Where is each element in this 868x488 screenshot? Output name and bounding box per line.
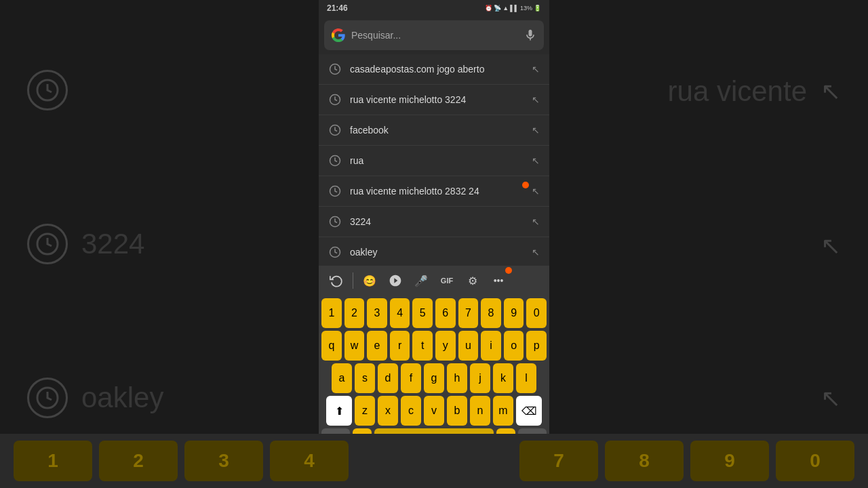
key-4[interactable]: 4 — [390, 298, 410, 328]
key-2[interactable]: 2 — [344, 298, 365, 328]
key-b[interactable]: b — [447, 396, 467, 426]
key-u[interactable]: u — [458, 331, 479, 361]
key-i[interactable]: i — [481, 331, 501, 361]
key-a[interactable]: a — [332, 363, 352, 393]
key-shift[interactable]: ⬆ — [326, 396, 352, 426]
number-row: 1 2 3 4 5 6 7 8 9 0 — [321, 298, 547, 328]
key-t[interactable]: t — [412, 331, 433, 361]
toolbar-more-btn[interactable]: ••• — [486, 268, 511, 293]
toolbar-sticker-btn[interactable] — [383, 268, 408, 293]
key-w[interactable]: w — [344, 331, 365, 361]
bg-key-4: 4 — [270, 441, 349, 481]
bg-arrow-2: ↖ — [821, 232, 841, 260]
bg-clock-2 — [27, 224, 68, 264]
bg-key-0: 0 — [776, 441, 854, 481]
key-k[interactable]: k — [493, 363, 513, 393]
key-9[interactable]: 9 — [504, 298, 524, 328]
history-icon-3 — [328, 123, 342, 137]
toolbar-gif-btn[interactable]: GIF — [435, 268, 459, 293]
arrow-icon-1: ↖ — [532, 64, 540, 75]
history-icon-5 — [328, 184, 342, 198]
phone-frame: 21:46 ⏰ 📡 ▲ ▌▌ 13% 🔋 Pesquisar... — [319, 0, 549, 488]
wifi-icon: ▲ — [502, 5, 509, 12]
arrow-icon-7: ↖ — [532, 247, 540, 258]
key-h[interactable]: h — [447, 363, 467, 393]
key-d[interactable]: d — [378, 363, 398, 393]
sim-icon: 📡 — [494, 5, 501, 12]
key-e[interactable]: e — [367, 331, 387, 361]
orange-dot — [522, 182, 529, 188]
search-bar[interactable]: Pesquisar... — [324, 20, 544, 50]
arrow-icon-6: ↖ — [532, 216, 540, 227]
signal-icon: ▌▌ — [510, 5, 519, 12]
suggestion-text-3: facebook — [350, 125, 524, 136]
toolbar-divider — [353, 272, 353, 289]
bg-key-1: 1 — [14, 441, 92, 481]
key-backspace[interactable]: ⌫ — [516, 396, 542, 426]
bg-arrow-3: ↖ — [821, 384, 841, 413]
key-7[interactable]: 7 — [458, 298, 479, 328]
bg-key-3: 3 — [184, 441, 263, 481]
key-n[interactable]: n — [470, 396, 490, 426]
key-o[interactable]: o — [504, 331, 524, 361]
arrow-icon-3: ↖ — [532, 125, 540, 136]
arrow-icon-2: ↖ — [532, 94, 540, 105]
key-6[interactable]: 6 — [435, 298, 456, 328]
key-1[interactable]: 1 — [321, 298, 342, 328]
history-icon-4 — [328, 154, 342, 167]
suggestion-text-7: oakley — [350, 247, 524, 258]
key-x[interactable]: x — [378, 396, 398, 426]
history-icon-7 — [328, 245, 342, 259]
arrow-icon-4: ↖ — [532, 155, 540, 166]
suggestion-text-5: rua vicente michelotto 2832 24 — [350, 186, 524, 197]
alarm-icon: ⏰ — [485, 5, 492, 12]
key-f[interactable]: f — [401, 363, 421, 393]
suggestion-7[interactable]: oakley ↖ — [319, 237, 549, 266]
key-0[interactable]: 0 — [526, 298, 547, 328]
notification-dot — [505, 267, 512, 274]
key-3[interactable]: 3 — [367, 298, 387, 328]
three-dots-icon: ••• — [494, 275, 504, 286]
key-q[interactable]: q — [321, 331, 342, 361]
history-icon-2 — [328, 93, 342, 106]
key-g[interactable]: g — [424, 363, 444, 393]
key-r[interactable]: r — [390, 331, 410, 361]
toolbar-rotate-btn[interactable] — [324, 268, 349, 293]
key-z[interactable]: z — [355, 396, 375, 426]
toolbar-settings-btn[interactable]: ⚙ — [460, 268, 485, 293]
key-p[interactable]: p — [526, 331, 547, 361]
key-v[interactable]: v — [424, 396, 444, 426]
bg-text-oakley: oakley — [81, 382, 163, 414]
key-y[interactable]: y — [435, 331, 456, 361]
suggestion-4[interactable]: rua ↖ — [319, 146, 549, 176]
suggestion-2[interactable]: rua vicente michelotto 3224 ↖ — [319, 85, 549, 115]
key-m[interactable]: m — [493, 396, 513, 426]
history-icon-1 — [328, 62, 342, 76]
toolbar-emoji-btn[interactable]: 😊 — [357, 268, 382, 293]
qwerty-row: q w e r t y u i o p — [321, 331, 547, 361]
key-l[interactable]: l — [516, 363, 536, 393]
suggestion-3[interactable]: facebook ↖ — [319, 115, 549, 146]
suggestion-1[interactable]: casadeapostas.com jogo aberto ↖ — [319, 54, 549, 85]
suggestion-6[interactable]: 3224 ↖ — [319, 207, 549, 237]
search-placeholder: Pesquisar... — [351, 30, 518, 41]
bg-key-9: 9 — [690, 441, 769, 481]
status-bar: 21:46 ⏰ 📡 ▲ ▌▌ 13% 🔋 — [319, 0, 549, 16]
bg-key-8: 8 — [605, 441, 684, 481]
toolbar-mic-btn[interactable]: 🎤 — [409, 268, 433, 293]
key-8[interactable]: 8 — [481, 298, 501, 328]
status-time: 21:46 — [327, 3, 348, 13]
zxcv-row: ⬆ z x c v b n m ⌫ — [321, 396, 547, 426]
suggestion-5[interactable]: rua vicente michelotto 2832 24 ↖ — [319, 176, 549, 207]
history-icon-6 — [328, 215, 342, 228]
bg-keyboard-bottom: 1 2 3 4 7 8 9 0 — [0, 434, 868, 488]
mic-icon[interactable] — [524, 28, 537, 42]
key-j[interactable]: j — [470, 363, 490, 393]
bg-arrow-1: ↖ — [821, 77, 841, 106]
bg-text-224: rua vicente — [668, 75, 807, 108]
key-5[interactable]: 5 — [412, 298, 433, 328]
key-c[interactable]: c — [401, 396, 421, 426]
suggestion-text-6: 3224 — [350, 216, 524, 227]
bg-key-7: 7 — [519, 441, 598, 481]
key-s[interactable]: s — [355, 363, 375, 393]
